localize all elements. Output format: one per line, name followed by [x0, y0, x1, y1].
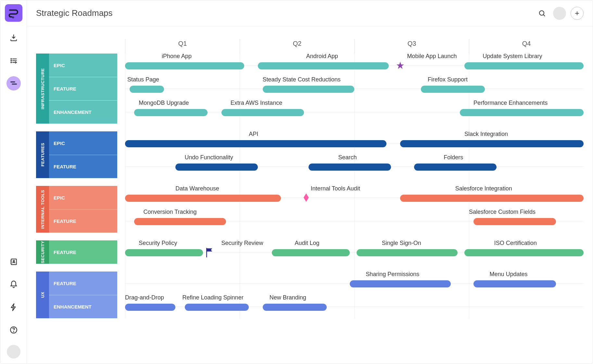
- roadmap: INFRASTRUCTURE EPIC FEATURE ENHANCEMENT …: [27, 26, 593, 364]
- bar-firefox[interactable]: [421, 86, 485, 93]
- nav-bolt-icon[interactable]: [6, 300, 21, 314]
- row-it-epic: Data Warehouse Internal Tools Audit Sale…: [125, 186, 584, 209]
- nav-import-icon[interactable]: [6, 31, 21, 45]
- lane-ux: Sharing Permissions Menu Updates Drag-an…: [125, 272, 584, 318]
- timeline-headers: Q1 Q2 Q3 Q4: [125, 39, 584, 54]
- lane-features: API Slack Integration Undo Functionality…: [125, 131, 584, 178]
- timeline-header-q2: Q2: [240, 39, 354, 54]
- bar-label: Drag-and-Drop: [125, 294, 164, 301]
- bar-android-app[interactable]: [258, 62, 388, 69]
- nav-roadmap-icon[interactable]: [6, 76, 21, 91]
- swimlane-row-label[interactable]: EPIC: [49, 54, 117, 77]
- bar-perf[interactable]: [460, 109, 584, 116]
- swimlane-infrastructure: INFRASTRUCTURE EPIC FEATURE ENHANCEMENT: [36, 54, 117, 124]
- swimlane-tab-features[interactable]: FEATURES: [36, 131, 49, 178]
- bar-salesforce-custom-fields[interactable]: [473, 218, 556, 225]
- add-button[interactable]: [571, 7, 584, 20]
- star-icon: ★: [396, 60, 405, 71]
- row-it-feature: Conversion Tracking Salesforce Custom Fi…: [125, 209, 584, 233]
- swimlane-tab-ux[interactable]: UX: [36, 272, 49, 318]
- bar-label: Firefox Support: [428, 76, 468, 83]
- swimlane-tab-security[interactable]: SECURITY: [36, 240, 49, 264]
- bar-mongodb[interactable]: [134, 109, 208, 116]
- nav-secondary: [6, 255, 21, 337]
- bar-label: Single Sign-On: [382, 240, 421, 247]
- bar-label: Performance Enhancements: [473, 100, 548, 106]
- header-avatar[interactable]: [553, 7, 566, 20]
- bar-label: Salesforce Integration: [455, 185, 512, 192]
- swimlane-tab-internal-tools[interactable]: INTERNAL TOOLS: [36, 186, 49, 233]
- bar-refine-spinner[interactable]: [185, 304, 249, 311]
- nav-contacts-icon[interactable]: [6, 255, 21, 269]
- swimlane-row-label[interactable]: FEATURE: [49, 155, 117, 178]
- svg-point-10: [13, 261, 14, 262]
- bar-label: ISO Certification: [494, 240, 537, 247]
- bar-security-policy[interactable]: [125, 249, 203, 256]
- row-ux-enhancement: Drag-and-Drop Refine Loading Spinner New…: [125, 295, 584, 318]
- app-logo[interactable]: [5, 4, 22, 22]
- swimlane-row-label[interactable]: ENHANCEMENT: [49, 100, 117, 124]
- bar-update-syslib[interactable]: [464, 62, 584, 69]
- bar-salesforce-integration[interactable]: [400, 195, 584, 202]
- bar-sharing-permissions[interactable]: [350, 280, 451, 287]
- bar-label: New Branding: [270, 294, 306, 301]
- bar-api[interactable]: [125, 140, 386, 147]
- bar-aws[interactable]: [221, 109, 304, 116]
- bar-conversion-tracking[interactable]: [134, 218, 226, 225]
- nav-help-icon[interactable]: [6, 323, 21, 337]
- search-icon[interactable]: [536, 7, 549, 20]
- swimlane-internal-tools: INTERNAL TOOLS EPIC FEATURE: [36, 186, 117, 233]
- swimlane-row-label[interactable]: EPIC: [49, 131, 117, 155]
- bar-folders[interactable]: [414, 164, 497, 171]
- lane-security: Security Policy Security Review Audit Lo…: [125, 240, 584, 264]
- swimlane-row-label[interactable]: FEATURE: [49, 77, 117, 100]
- timeline-header-q3: Q3: [354, 39, 469, 54]
- nav-list-icon[interactable]: [6, 54, 21, 68]
- svg-point-0: [13, 17, 13, 18]
- sidebar-avatar[interactable]: [7, 345, 20, 358]
- bar-search[interactable]: [309, 164, 391, 171]
- lane-infrastructure: iPhone App Android App ★ Mobile App Laun…: [125, 54, 584, 124]
- main: Strategic Roadmaps INFRASTRUCTURE: [27, 0, 593, 364]
- row-ux-feature: Sharing Permissions Menu Updates: [125, 272, 584, 295]
- timeline: Q1 Q2 Q3 Q4 iPhone App: [125, 39, 584, 355]
- bar-label: Steady State Cost Reductions: [263, 76, 341, 83]
- timeline-body: iPhone App Android App ★ Mobile App Laun…: [125, 54, 584, 318]
- header-actions: [536, 7, 584, 20]
- swimlane-row-label[interactable]: EPIC: [49, 186, 117, 209]
- bar-label: Salesforce Custom Fields: [469, 209, 536, 215]
- svg-point-16: [539, 11, 544, 15]
- bar-status-page[interactable]: [130, 86, 164, 93]
- svg-point-15: [13, 332, 14, 332]
- bar-audit-log[interactable]: [272, 249, 350, 256]
- bar-data-warehouse[interactable]: [125, 195, 281, 202]
- swimlane-row-label[interactable]: FEATURE: [49, 240, 117, 264]
- bar-new-branding[interactable]: [263, 304, 327, 311]
- milestone-security-review[interactable]: [205, 247, 215, 260]
- nav-notifications-icon[interactable]: [6, 277, 21, 292]
- bar-label: Folders: [444, 154, 463, 161]
- swimlane-ux: UX FEATURE ENHANCEMENT: [36, 272, 117, 318]
- bar-label: Security Review: [221, 240, 263, 247]
- bar-steady-state[interactable]: [263, 86, 354, 93]
- swimlane-row-label[interactable]: ENHANCEMENT: [49, 295, 117, 318]
- bar-iphone-app[interactable]: [125, 62, 244, 69]
- lane-internal-tools: Data Warehouse Internal Tools Audit Sale…: [125, 186, 584, 233]
- bar-slack[interactable]: [400, 140, 584, 147]
- bar-label: Search: [338, 154, 357, 161]
- milestone-mobile-launch[interactable]: ★: [396, 60, 405, 71]
- timeline-header-q4: Q4: [469, 39, 584, 54]
- bar-iso-certification[interactable]: [464, 249, 584, 256]
- swimlane-row-label[interactable]: FEATURE: [49, 209, 117, 233]
- bar-undo[interactable]: [175, 164, 258, 171]
- swimlane-row-label[interactable]: FEATURE: [49, 272, 117, 295]
- swimlane-tab-infrastructure[interactable]: INFRASTRUCTURE: [36, 54, 49, 124]
- bar-label: Conversion Tracking: [143, 209, 196, 215]
- bar-single-sign-on[interactable]: [357, 249, 458, 256]
- bar-menu-updates[interactable]: [473, 280, 556, 287]
- bar-drag-and-drop[interactable]: [125, 304, 175, 311]
- milestone-internal-tools-audit[interactable]: [304, 193, 309, 202]
- bar-label: Slack Integration: [464, 131, 508, 138]
- swimlane-features: FEATURES EPIC FEATURE: [36, 131, 117, 178]
- row-infra-enhancement: MongoDB Upgrade Extra AWS Instance Perfo…: [125, 100, 584, 124]
